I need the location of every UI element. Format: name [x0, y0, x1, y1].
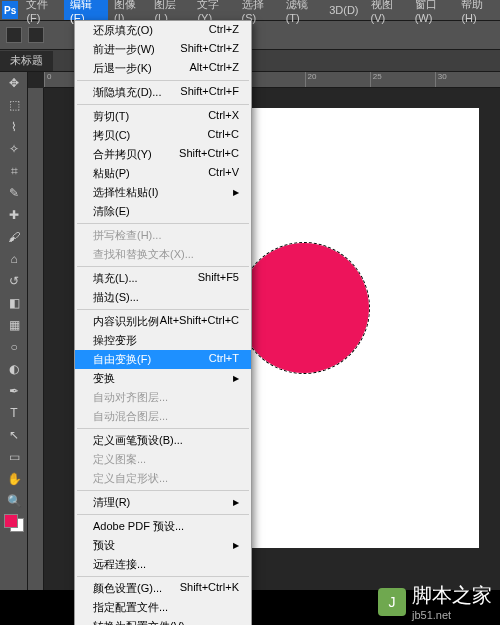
- brush-tool[interactable]: 🖌: [2, 227, 26, 247]
- menu-item-shortcut: Ctrl+V: [208, 166, 239, 181]
- tools-panel: ✥⬚⌇✧⌗✎✚🖌⌂↺◧▦○◐✒T↖▭✋🔍: [0, 72, 28, 590]
- menu-item[interactable]: 清除(E): [75, 202, 251, 221]
- menu-5[interactable]: 选择(S): [236, 0, 280, 20]
- gradient-tool[interactable]: ▦: [2, 315, 26, 335]
- fg-color[interactable]: [4, 514, 18, 528]
- menu-item-label: 后退一步(K): [93, 61, 152, 76]
- menu-item-label: 自动对齐图层...: [93, 390, 168, 405]
- menu-item-shortcut: Shift+F5: [198, 271, 239, 286]
- opt-icon[interactable]: [28, 27, 44, 43]
- opt-icon[interactable]: [6, 27, 22, 43]
- menu-item-label: 拼写检查(H)...: [93, 228, 161, 243]
- menu-6[interactable]: 滤镜(T): [280, 0, 324, 20]
- menu-item[interactable]: 变换: [75, 369, 251, 388]
- zoom-tool[interactable]: 🔍: [2, 491, 26, 511]
- menu-item[interactable]: 合并拷贝(Y)Shift+Ctrl+C: [75, 145, 251, 164]
- menu-item[interactable]: 前进一步(W)Shift+Ctrl+Z: [75, 40, 251, 59]
- menu-item[interactable]: 后退一步(K)Alt+Ctrl+Z: [75, 59, 251, 78]
- history-tool[interactable]: ↺: [2, 271, 26, 291]
- menu-item-label: 自由变换(F): [93, 352, 151, 367]
- menu-item: 自动对齐图层...: [75, 388, 251, 407]
- marquee-tool[interactable]: ⬚: [2, 95, 26, 115]
- menu-item[interactable]: 剪切(T)Ctrl+X: [75, 107, 251, 126]
- menu-10[interactable]: 帮助(H): [455, 0, 500, 20]
- path-tool[interactable]: ↖: [2, 425, 26, 445]
- menu-item-label: 内容识别比例: [93, 314, 159, 329]
- menu-item-label: 远程连接...: [93, 557, 146, 572]
- color-swatch[interactable]: [4, 514, 24, 532]
- menu-item-shortcut: [229, 185, 239, 200]
- menu-4[interactable]: 文字(Y): [191, 0, 235, 20]
- menu-8[interactable]: 视图(V): [365, 0, 409, 20]
- menu-item[interactable]: 远程连接...: [75, 555, 251, 574]
- menu-item-shortcut: Shift+Ctrl+K: [180, 581, 239, 596]
- stamp-tool[interactable]: ⌂: [2, 249, 26, 269]
- menu-item-label: 操控变形: [93, 333, 137, 348]
- menu-item[interactable]: 预设: [75, 536, 251, 555]
- crop-tool[interactable]: ⌗: [2, 161, 26, 181]
- menu-item-shortcut: Alt+Shift+Ctrl+C: [160, 314, 239, 329]
- menu-item-shortcut: Shift+Ctrl+F: [180, 85, 239, 100]
- menu-item-shortcut: [229, 371, 239, 386]
- menu-item-shortcut: Ctrl+Z: [209, 23, 239, 38]
- dodge-tool[interactable]: ◐: [2, 359, 26, 379]
- menu-1[interactable]: 编辑(E): [64, 0, 108, 20]
- menu-item-label: 描边(S)...: [93, 290, 139, 305]
- menu-item[interactable]: 粘贴(P)Ctrl+V: [75, 164, 251, 183]
- menu-2[interactable]: 图像(I): [108, 0, 148, 20]
- watermark-url: jb51.net: [412, 609, 492, 621]
- menu-item[interactable]: 转换为配置文件(V)...: [75, 617, 251, 625]
- menu-item-label: 清除(E): [93, 204, 130, 219]
- rect-tool[interactable]: ▭: [2, 447, 26, 467]
- eraser-tool[interactable]: ◧: [2, 293, 26, 313]
- menu-item[interactable]: 颜色设置(G)...Shift+Ctrl+K: [75, 579, 251, 598]
- ruler-tick: 25: [370, 72, 435, 87]
- menu-item[interactable]: 定义画笔预设(B)...: [75, 431, 251, 450]
- menu-3[interactable]: 图层(L): [148, 0, 191, 20]
- document-tab[interactable]: 未标题: [0, 51, 53, 71]
- menu-item-label: 合并拷贝(Y): [93, 147, 152, 162]
- menu-item[interactable]: 拷贝(C)Ctrl+C: [75, 126, 251, 145]
- blur-tool[interactable]: ○: [2, 337, 26, 357]
- ellipse-selection[interactable]: [239, 243, 369, 373]
- menu-item[interactable]: 描边(S)...: [75, 288, 251, 307]
- lasso-tool[interactable]: ⌇: [2, 117, 26, 137]
- menu-item[interactable]: 指定配置文件...: [75, 598, 251, 617]
- menu-item[interactable]: 还原填充(O)Ctrl+Z: [75, 21, 251, 40]
- menu-9[interactable]: 窗口(W): [409, 0, 456, 20]
- edit-menu-dropdown: 还原填充(O)Ctrl+Z前进一步(W)Shift+Ctrl+Z后退一步(K)A…: [74, 20, 252, 625]
- menu-0[interactable]: 文件(F): [20, 0, 64, 20]
- pen-tool[interactable]: ✒: [2, 381, 26, 401]
- menu-item-label: 剪切(T): [93, 109, 129, 124]
- menu-item[interactable]: 操控变形: [75, 331, 251, 350]
- menu-item: 查找和替换文本(X)...: [75, 245, 251, 264]
- heal-tool[interactable]: ✚: [2, 205, 26, 225]
- menu-item-label: 定义图案...: [93, 452, 146, 467]
- menu-item-shortcut: [229, 495, 239, 510]
- menu-item[interactable]: 自由变换(F)Ctrl+T: [75, 350, 251, 369]
- menu-7[interactable]: 3D(D): [323, 0, 364, 20]
- menu-item[interactable]: 内容识别比例Alt+Shift+Ctrl+C: [75, 312, 251, 331]
- menu-item-label: 定义画笔预设(B)...: [93, 433, 183, 448]
- menu-item[interactable]: Adobe PDF 预设...: [75, 517, 251, 536]
- menu-item[interactable]: 选择性粘贴(I): [75, 183, 251, 202]
- type-tool[interactable]: T: [2, 403, 26, 423]
- watermark: J 脚本之家 jb51.net: [378, 582, 492, 621]
- eyedropper-tool[interactable]: ✎: [2, 183, 26, 203]
- watermark-logo-icon: J: [378, 588, 406, 616]
- menu-item-shortcut: [229, 538, 239, 553]
- ps-logo-icon: Ps: [2, 1, 18, 19]
- menubar: Ps 文件(F)编辑(E)图像(I)图层(L)文字(Y)选择(S)滤镜(T)3D…: [0, 0, 500, 20]
- move-tool[interactable]: ✥: [2, 73, 26, 93]
- menu-item: 定义图案...: [75, 450, 251, 469]
- menu-item-label: 清理(R): [93, 495, 130, 510]
- menu-item-label: 查找和替换文本(X)...: [93, 247, 194, 262]
- menu-item-label: 拷贝(C): [93, 128, 130, 143]
- menu-item[interactable]: 渐隐填充(D)...Shift+Ctrl+F: [75, 83, 251, 102]
- menu-item-shortcut: Ctrl+C: [208, 128, 239, 143]
- menu-item[interactable]: 填充(L)...Shift+F5: [75, 269, 251, 288]
- wand-tool[interactable]: ✧: [2, 139, 26, 159]
- hand-tool[interactable]: ✋: [2, 469, 26, 489]
- menu-item[interactable]: 清理(R): [75, 493, 251, 512]
- menu-item-label: 转换为配置文件(V)...: [93, 619, 194, 625]
